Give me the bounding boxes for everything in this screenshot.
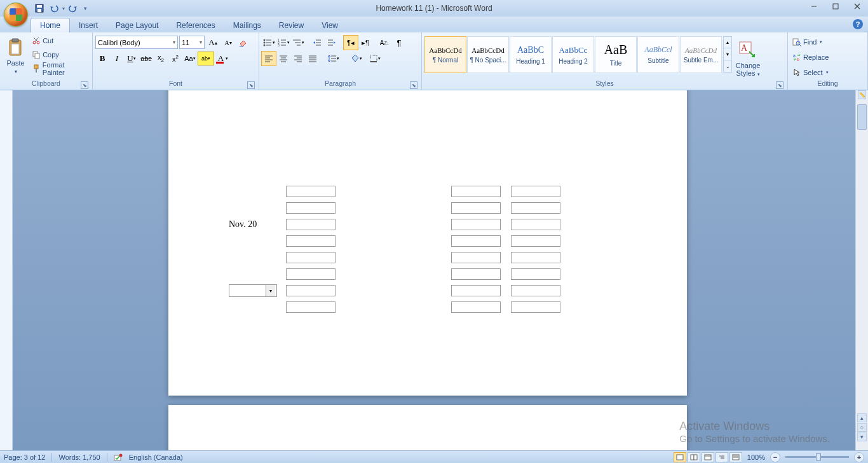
sort-button[interactable]: AZ↓ <box>377 36 391 50</box>
word-count[interactable]: Words: 1,750 <box>58 453 100 461</box>
cut-button[interactable]: Cut <box>30 34 90 48</box>
vertical-scrollbar[interactable]: 📏 ▴ ○ ▾ <box>855 90 868 450</box>
increase-indent-button[interactable] <box>325 36 339 50</box>
help-icon[interactable]: ? <box>853 19 863 29</box>
underline-button[interactable]: U▾ <box>125 52 139 66</box>
style-title[interactable]: AaBTitle <box>595 36 637 73</box>
debit-input[interactable] <box>451 235 501 247</box>
amount-input[interactable] <box>286 268 336 280</box>
copy-button[interactable]: Copy <box>30 48 90 62</box>
align-center-button[interactable] <box>276 52 290 66</box>
amount-input[interactable] <box>286 219 336 230</box>
zoom-out-button[interactable]: − <box>770 452 780 462</box>
find-button[interactable]: Find ▾ <box>790 35 824 49</box>
amount-input[interactable] <box>286 202 336 214</box>
next-page-button[interactable]: ▾ <box>857 432 867 441</box>
change-case-button[interactable]: Aa▾ <box>183 52 197 66</box>
bullets-button[interactable]: ▾ <box>262 36 276 50</box>
justify-button[interactable] <box>306 52 320 66</box>
print-layout-view[interactable] <box>674 452 686 462</box>
credit-input[interactable] <box>511 252 560 263</box>
tab-page-layout[interactable]: Page Layout <box>107 18 167 32</box>
shrink-font-button[interactable]: A▾ <box>221 36 235 50</box>
style-heading-1[interactable]: AaBbCHeading 1 <box>510 36 552 73</box>
strike-button[interactable]: abc <box>139 52 153 66</box>
zoom-in-button[interactable]: + <box>854 452 864 462</box>
paste-button[interactable]: Paste▾ <box>3 34 29 77</box>
italic-button[interactable]: I <box>110 52 124 66</box>
style---normal[interactable]: AaBbCcDd¶ Normal <box>424 36 466 73</box>
debit-input[interactable] <box>451 186 501 197</box>
styles-down[interactable]: ▾ <box>723 48 732 60</box>
tab-references[interactable]: References <box>167 18 224 32</box>
superscript-button[interactable]: x2 <box>168 52 182 66</box>
minimize-button[interactable] <box>803 0 825 13</box>
font-color-button[interactable]: A▾ <box>215 52 231 66</box>
debit-input[interactable] <box>451 268 501 280</box>
tab-insert[interactable]: Insert <box>70 18 107 32</box>
amount-input[interactable] <box>286 252 336 263</box>
proofing-icon[interactable] <box>114 453 123 462</box>
close-button[interactable] <box>846 0 868 13</box>
subscript-button[interactable]: x2 <box>154 52 168 66</box>
font-size-combo[interactable]: 11▾ <box>179 36 205 49</box>
zoom-level[interactable]: 100% <box>747 453 765 461</box>
language-indicator[interactable]: English (Canada) <box>129 453 183 461</box>
ruler-toggle[interactable]: 📏 <box>858 90 866 99</box>
undo-icon[interactable] <box>48 2 60 15</box>
document-area[interactable]: Nov. 20 ▾ Closing entries: Date Account … <box>0 90 855 450</box>
decrease-indent-button[interactable] <box>310 36 324 50</box>
tab-review[interactable]: Review <box>270 18 313 32</box>
font-launcher[interactable]: ⬊ <box>247 81 255 89</box>
redo-icon[interactable] <box>67 2 79 15</box>
date-dropdown[interactable]: ▾ <box>229 284 277 297</box>
paragraph-launcher[interactable]: ⬊ <box>410 81 417 89</box>
numbering-button[interactable]: 123▾ <box>276 36 290 50</box>
credit-input[interactable] <box>511 202 560 214</box>
change-styles-button[interactable]: A Change Styles ▾ <box>733 36 763 79</box>
style-subtle-em---[interactable]: AaBbCcDdSubtle Em... <box>680 36 722 73</box>
font-name-combo[interactable]: Calibri (Body)▾ <box>95 36 178 49</box>
debit-input[interactable] <box>451 202 501 214</box>
full-screen-view[interactable] <box>688 452 700 462</box>
debit-input[interactable] <box>451 219 501 230</box>
borders-button[interactable]: ▾ <box>366 52 384 66</box>
credit-input[interactable] <box>511 219 560 230</box>
shading-button[interactable]: ▾ <box>348 52 365 66</box>
tab-view[interactable]: View <box>313 18 347 32</box>
style-heading-2[interactable]: AaBbCcHeading 2 <box>552 36 594 73</box>
page-indicator[interactable]: Page: 3 of 12 <box>4 453 45 461</box>
amount-input[interactable] <box>286 285 336 296</box>
styles-launcher[interactable]: ⬊ <box>776 81 783 89</box>
credit-input[interactable] <box>511 285 560 296</box>
credit-input[interactable] <box>511 268 560 280</box>
credit-input[interactable] <box>511 301 560 313</box>
bold-button[interactable]: B <box>95 52 109 66</box>
styles-up[interactable]: ▴ <box>723 36 732 48</box>
office-button[interactable] <box>4 3 28 27</box>
align-right-button[interactable] <box>291 52 305 66</box>
debit-input[interactable] <box>451 252 501 263</box>
select-button[interactable]: Select ▾ <box>790 66 831 79</box>
highlight-button[interactable]: ab▾ <box>198 52 214 66</box>
replace-button[interactable]: abReplace <box>790 50 831 64</box>
tab-mailings[interactable]: Mailings <box>224 18 270 32</box>
style-subtitle[interactable]: AaBbCclSubtitle <box>637 36 679 73</box>
browse-object-button[interactable]: ○ <box>857 423 867 432</box>
credit-input[interactable] <box>511 186 560 197</box>
outline-view[interactable] <box>715 452 728 462</box>
web-layout-view[interactable] <box>702 452 714 462</box>
tab-home[interactable]: Home <box>31 18 70 32</box>
debit-input[interactable] <box>451 301 501 313</box>
scroll-thumb[interactable] <box>857 104 867 130</box>
clipboard-launcher[interactable]: ⬊ <box>81 81 88 89</box>
amount-input[interactable] <box>286 186 336 197</box>
rtl-button[interactable]: ▸¶ <box>358 36 372 50</box>
credit-input[interactable] <box>511 235 560 247</box>
amount-input[interactable] <box>286 301 336 313</box>
show-marks-button[interactable]: ¶ <box>392 36 406 50</box>
grow-font-button[interactable]: A▴ <box>206 36 220 50</box>
save-icon[interactable] <box>33 2 46 15</box>
prev-page-button[interactable]: ▴ <box>857 413 867 422</box>
zoom-slider[interactable] <box>785 456 849 458</box>
